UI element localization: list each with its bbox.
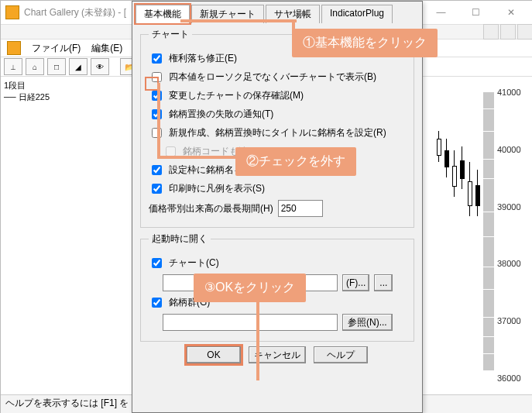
doc-icon (7, 41, 21, 55)
minimize-button[interactable]: — (424, 2, 458, 23)
callout-2-line-h (157, 156, 238, 159)
options-dialog: 基本機能 新規チャート サヤ場帳 IndicatorPlug チャート 権利落ち… (132, 1, 423, 413)
lbl-failnotify: 銘柄置換の失敗の通知(T) (169, 108, 273, 121)
browse-group-button[interactable]: 参照(N)... (342, 314, 393, 331)
tool-3[interactable]: □ (47, 58, 66, 75)
tool-2[interactable]: ⌂ (26, 58, 44, 75)
chk-framenames[interactable] (152, 165, 162, 175)
callout-1-line (180, 19, 297, 22)
chk-openchart[interactable] (152, 258, 162, 268)
lbl-rights: 権利落ち修正(E) (169, 52, 237, 65)
volume-profile (483, 92, 494, 371)
callout-2-line-v (157, 83, 160, 157)
tab-indicator[interactable]: IndicatorPlug (321, 5, 393, 23)
dialog-buttons: OK キャンセル ヘルプ (132, 346, 422, 363)
stage-label: 1段目 (4, 80, 53, 91)
callout-2: ②チェックを外す (235, 147, 356, 176)
tool-4[interactable]: ◢ (69, 58, 88, 75)
series-label: ── 日経225 (4, 91, 53, 103)
lbl-saveconfirm: 変更したチャートの保存確認(M) (169, 89, 304, 102)
app-window: Chart Gallery (未登録) - [ — ☐ ✕ ファイル(F) 編集… (0, 0, 532, 413)
mdi-min-icon[interactable] (483, 24, 499, 40)
ok-button[interactable]: OK (187, 346, 241, 363)
browse-chart-dots[interactable]: ... (374, 274, 393, 291)
tool-1[interactable]: ⟂ (4, 58, 22, 75)
y-tick: 41000 (497, 88, 530, 97)
close-button[interactable]: ✕ (493, 2, 528, 23)
browse-chart-button[interactable]: (F)... (342, 274, 369, 291)
callout-3-line (256, 295, 259, 380)
mdi-close-icon[interactable] (517, 24, 532, 40)
lbl-framenames: 設定枠に銘柄名を (169, 163, 243, 177)
group-chart: チャート 権利落ち修正(E) 四本値をローソク足でなくバーチャートで表示(B) … (140, 28, 414, 228)
menu-edit[interactable]: 編集(E) (91, 42, 122, 55)
chk-barchart[interactable] (152, 72, 162, 82)
lbl-openchart: チャート(C) (169, 256, 219, 270)
lbl-barchart: 四本値をローソク足でなくバーチャートで表示(B) (169, 71, 376, 84)
y-tick: 39000 (497, 202, 530, 212)
maximize-button[interactable]: ☐ (458, 2, 493, 23)
chk-printlegend[interactable] (152, 184, 162, 194)
lbl-period: 価格帯別出来高の最長期間(H) (149, 202, 273, 215)
menu-file[interactable]: ファイル(F) (32, 42, 81, 55)
candlesticks (437, 123, 483, 309)
mdi-restore-icon[interactable] (500, 24, 516, 40)
left-panel: 1段目 ── 日経225 (1, 77, 57, 413)
y-tick: 36000 (497, 373, 530, 383)
input-period[interactable] (278, 200, 323, 217)
y-tick: 40000 (497, 145, 530, 154)
callout-1: ①基本機能をクリック (292, 29, 438, 57)
app-icon (5, 5, 19, 19)
window-controls: — ☐ ✕ (424, 2, 528, 23)
callout-3: ③OKをクリック (194, 274, 306, 302)
y-axis: 41000 40000 39000 38000 37000 36000 (497, 88, 530, 383)
chk-opengroup[interactable] (152, 298, 162, 308)
y-tick: 37000 (497, 316, 530, 325)
group-chart-legend: チャート (149, 28, 192, 41)
help-button[interactable]: ヘルプ (314, 346, 368, 363)
binoculars-icon[interactable]: 👁 (91, 58, 109, 75)
lbl-titlename: 新規作成、銘柄置換時にタイトルに銘柄名を設定(R) (169, 126, 386, 139)
status-text: ヘルプを表示するには [F1] を (5, 398, 129, 408)
chk-rights[interactable] (152, 53, 162, 64)
input-grouppath[interactable] (163, 314, 338, 331)
lbl-printlegend: 印刷時に凡例を表示(S) (169, 182, 265, 195)
group-startup-legend: 起動時に開く (149, 232, 211, 246)
y-tick: 38000 (497, 259, 530, 268)
